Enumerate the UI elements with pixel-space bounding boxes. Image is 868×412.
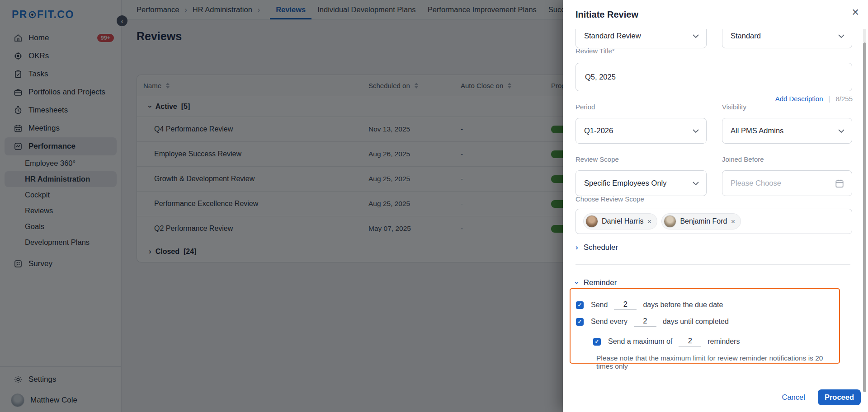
reminder-text: days until completed (663, 318, 729, 326)
chevron-down-icon (838, 34, 844, 38)
review-scope-select[interactable]: Specific Employees Only (576, 170, 707, 196)
review-scope-chip-input[interactable]: Daniel Harris × Benjamin Ford × (576, 209, 852, 234)
divider (576, 264, 850, 265)
review-title-label: Review Title* (576, 47, 615, 55)
reminder-note: Please note that the maximum limit for r… (596, 354, 839, 370)
reminder-row-maximum: Send a maximum of 2 reminders (593, 337, 740, 346)
period-value: Q1-2026 (584, 126, 613, 135)
reminder-text: Send a maximum of (608, 337, 672, 346)
description-row: Add Description | 8/255 (775, 95, 853, 103)
reminder-row-send-every: Send every 2 days until completed (576, 317, 729, 327)
chevron-right-icon: › (576, 243, 578, 252)
visibility-value: All PMS Admins (731, 126, 783, 135)
employee-avatar (585, 215, 598, 228)
reminder-text: Send every (591, 318, 627, 326)
reminder-text: days before the due date (643, 301, 723, 309)
drawer-header: Initiate Review × (563, 0, 868, 29)
reminder-text: reminders (708, 337, 740, 346)
remove-chip-icon[interactable]: × (731, 218, 735, 225)
days-before-input[interactable]: 2 (614, 300, 637, 310)
send-every-days-input[interactable]: 2 (634, 317, 656, 327)
divider: | (829, 95, 830, 103)
reminder-section-toggle[interactable]: › Reminder (576, 278, 617, 287)
drawer-footer: Cancel Proceed (782, 389, 861, 405)
reminder-text: Send (591, 301, 608, 309)
review-scope-label: Review Scope (576, 155, 619, 163)
employee-avatar (664, 215, 676, 228)
review-title-value: Q5, 2025 (585, 73, 616, 81)
scheduler-section-toggle[interactable]: › Scheduler (576, 243, 618, 252)
proceed-button[interactable]: Proceed (818, 389, 861, 405)
review-type-value: Standard Review (584, 32, 641, 40)
checkbox-checked[interactable] (576, 301, 584, 309)
employee-name: Benjamin Ford (680, 217, 727, 225)
char-counter: 8/255 (835, 95, 853, 103)
review-title-input[interactable]: Q5, 2025 (576, 63, 852, 91)
scheduler-section-label: Scheduler (584, 243, 618, 252)
scrollbar-thumb[interactable] (863, 42, 866, 392)
visibility-select[interactable]: All PMS Admins (722, 118, 852, 144)
employee-chip[interactable]: Benjamin Ford × (661, 213, 741, 229)
drawer-title: Initiate Review (576, 9, 638, 20)
chevron-down-icon (693, 182, 699, 185)
remove-chip-icon[interactable]: × (647, 218, 651, 225)
checkbox-checked[interactable] (593, 338, 601, 346)
calendar-icon (835, 178, 844, 188)
chevron-down-icon (693, 129, 699, 133)
chevron-down-icon (838, 129, 844, 133)
period-label: Period (576, 103, 595, 111)
reminder-row-before-due: Send 2 days before the due date (576, 300, 723, 310)
cancel-button[interactable]: Cancel (782, 393, 805, 402)
chevron-down-icon (693, 34, 699, 38)
checkbox-checked[interactable] (576, 318, 584, 326)
review-subtype-value: Standard (731, 32, 761, 40)
choose-review-scope-label: Choose Review Scope (576, 195, 644, 203)
close-icon[interactable]: × (852, 6, 859, 19)
reminder-section-label: Reminder (584, 278, 617, 287)
initiate-review-drawer: Standard Review Standard Initiate Review… (563, 0, 868, 412)
review-scope-value: Specific Employees Only (584, 179, 667, 187)
joined-before-label: Joined Before (722, 155, 764, 163)
period-select[interactable]: Q1-2026 (576, 118, 707, 144)
visibility-label: Visibility (722, 103, 746, 111)
employee-chip[interactable]: Daniel Harris × (583, 213, 657, 229)
joined-before-placeholder: Please Choose (731, 179, 781, 187)
reminder-settings-box: Send 2 days before the due date Send eve… (570, 288, 840, 364)
screen: PRFIT.CO Home 99+ OKRs Tasks Portfolios … (0, 0, 868, 412)
max-reminders-input[interactable]: 2 (679, 337, 701, 346)
employee-name: Daniel Harris (602, 217, 643, 225)
joined-before-datepicker[interactable]: Please Choose (722, 170, 852, 196)
add-description-link[interactable]: Add Description (775, 95, 823, 103)
chevron-down-icon: › (572, 281, 581, 284)
